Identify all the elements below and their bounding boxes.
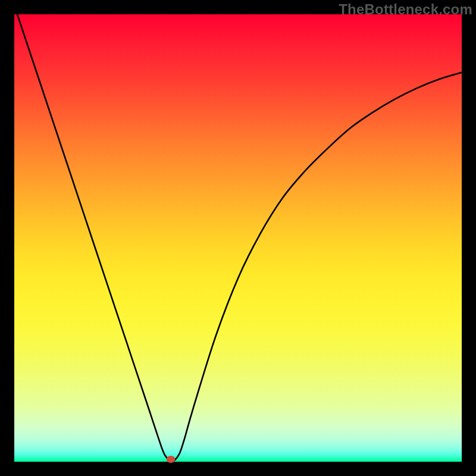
bottleneck-curve	[14, 14, 462, 462]
min-marker	[167, 456, 176, 463]
chart-frame: TheBottleneck.com	[0, 0, 476, 476]
watermark-text: TheBottleneck.com	[339, 1, 472, 18]
plot-area	[14, 14, 462, 462]
